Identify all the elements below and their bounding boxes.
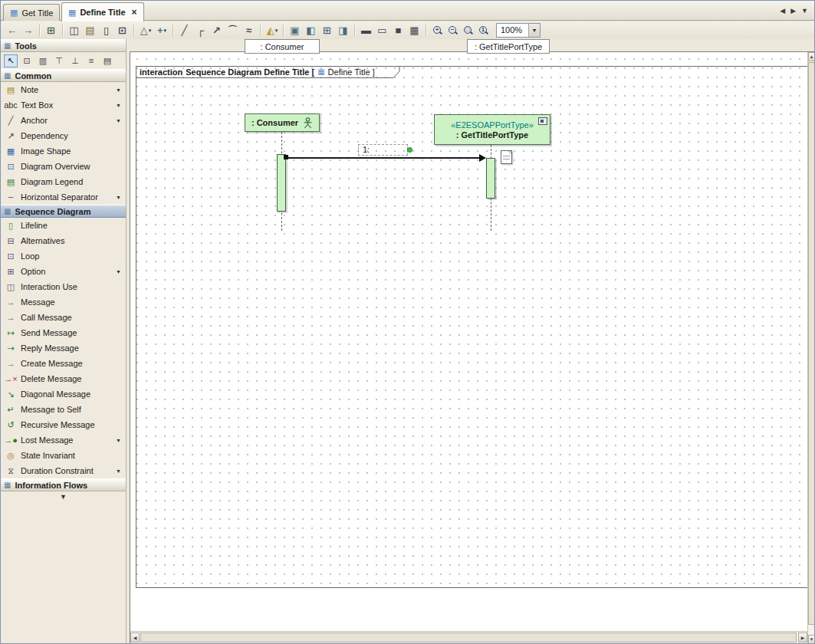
back-button[interactable]: ← bbox=[5, 23, 20, 38]
zoom-1-1-button[interactable]: 1 bbox=[476, 23, 491, 38]
chevron-down-icon[interactable]: ▼ bbox=[116, 195, 123, 200]
palette-item-loop[interactable]: ⊡ Loop bbox=[1, 248, 126, 264]
palette-item-lifeline[interactable]: ▯ Lifeline bbox=[1, 218, 126, 233]
chevron-down-icon[interactable]: ▼ bbox=[116, 103, 123, 108]
palette-item-image-shape[interactable]: ▦ Image Shape bbox=[1, 143, 126, 159]
lifeline-head-consumer[interactable]: : Consumer bbox=[245, 113, 320, 132]
zoom-in-button[interactable]: + bbox=[430, 23, 445, 38]
chevron-down-icon[interactable]: ▼ bbox=[116, 269, 123, 274]
horizontal-scroll-thumb[interactable] bbox=[140, 632, 797, 642]
palette-scroll-down-button[interactable]: ▼ bbox=[1, 491, 126, 501]
message-start-handle[interactable] bbox=[284, 155, 288, 159]
zoom-level-select[interactable]: 100% ▼ bbox=[496, 23, 541, 38]
tab-define-title[interactable]: ▦ Define Title × bbox=[61, 2, 144, 21]
palette-item-option[interactable]: ⊞ Option ▼ bbox=[1, 264, 126, 279]
select-tool[interactable]: ↖ bbox=[4, 54, 18, 67]
palette-item-reply-message[interactable]: ⇢ Reply Message bbox=[1, 340, 126, 356]
palette-header-common[interactable]: ▦ Common bbox=[1, 69, 126, 82]
chevron-down-icon[interactable]: ▼ bbox=[116, 118, 123, 123]
palette-header-sequence-diagram[interactable]: ▦ Sequence Diagram bbox=[1, 205, 126, 218]
show-grid-button[interactable]: ⊞ bbox=[320, 23, 335, 38]
show-frame-header-button[interactable]: ◧ bbox=[304, 23, 319, 38]
select-area-tool[interactable]: ⊡ bbox=[20, 54, 34, 67]
rectilinear-path-button[interactable]: ┌ bbox=[193, 23, 209, 38]
curve-path-button[interactable]: ⌒ bbox=[225, 23, 241, 38]
palette-item-state-invariant[interactable]: ◎ State Invariant bbox=[1, 448, 126, 463]
palette-item-horizontal-separator[interactable]: ┄ Horizontal Separator ▼ bbox=[1, 189, 126, 205]
stamp-button[interactable]: ◭ ▾ bbox=[265, 23, 280, 38]
scroll-up-button[interactable]: ▲ bbox=[808, 52, 815, 61]
palette-item-dependency[interactable]: ↗ Dependency bbox=[1, 128, 126, 143]
tab-list-button[interactable]: ▼ bbox=[801, 6, 808, 15]
lifeline-floating-label-porttype[interactable]: : GetTitlePortType bbox=[467, 39, 550, 54]
expand-shapes-button[interactable]: ▭ bbox=[375, 23, 390, 38]
distribute-tool[interactable]: ≡ bbox=[84, 54, 98, 67]
palette-item-delete-message[interactable]: →× Delete Message bbox=[1, 371, 126, 386]
vertical-scrollbar[interactable]: ▲ ▼ bbox=[807, 52, 815, 644]
collapse-shapes-button[interactable]: ▬ bbox=[359, 23, 374, 38]
vertical-scroll-thumb[interactable] bbox=[808, 62, 815, 625]
palette-item-duration-constraint[interactable]: ⧖ Duration Constraint ▼ bbox=[1, 463, 126, 478]
add-shape-button[interactable]: + ▾ bbox=[154, 23, 169, 38]
chevron-down-icon[interactable]: ▼ bbox=[116, 438, 123, 443]
related-elements-button[interactable]: ⊞ bbox=[44, 23, 59, 38]
close-tab-icon[interactable]: × bbox=[132, 7, 137, 18]
palette-item-anchor[interactable]: ╱ Anchor ▼ bbox=[1, 113, 126, 128]
diagram-properties-button[interactable]: ◨ bbox=[336, 23, 351, 38]
chevron-down-icon[interactable]: ▼ bbox=[116, 87, 123, 93]
align-bottom-tool[interactable]: ⊥ bbox=[68, 54, 82, 67]
lifeline-floating-label-consumer[interactable]: : Consumer bbox=[245, 39, 320, 54]
palette-item-diagram-legend[interactable]: ▤ Diagram Legend bbox=[1, 174, 126, 189]
palette-header-information-flows[interactable]: ▦ Information Flows bbox=[1, 478, 126, 491]
chevron-down-icon[interactable]: ▼ bbox=[528, 24, 540, 37]
palette-item-note[interactable]: ▤ Note ▼ bbox=[1, 82, 126, 97]
note-icon[interactable] bbox=[501, 150, 512, 164]
duplicate-button[interactable]: ⊡ bbox=[115, 23, 130, 38]
palette-item-lost-message[interactable]: →● Lost Message ▼ bbox=[1, 432, 126, 448]
palette-item-recursive-message[interactable]: ↺ Recursive Message bbox=[1, 417, 126, 432]
oblique-path-button[interactable]: ╱ bbox=[177, 23, 192, 38]
forward-button[interactable]: → bbox=[21, 23, 36, 38]
pan-tool[interactable]: ▥ bbox=[36, 54, 50, 67]
tab-get-title[interactable]: ▦ Get Title bbox=[3, 4, 60, 21]
palette-item-text-box[interactable]: abc Text Box ▼ bbox=[1, 97, 126, 113]
fit-in-window-button[interactable]: □ bbox=[461, 23, 476, 38]
palette-item-alternatives[interactable]: ⊟ Alternatives bbox=[1, 233, 126, 248]
palette-item-diagram-overview[interactable]: ⊡ Diagram Overview bbox=[1, 159, 126, 174]
tab-scroll-right-button[interactable]: ▶ bbox=[790, 6, 796, 15]
palette-item-message-to-self[interactable]: ↵ Message to Self bbox=[1, 402, 126, 417]
spline-path-button[interactable]: ≈ bbox=[242, 23, 257, 38]
diagonal-arrow-button[interactable]: ↗ bbox=[209, 23, 225, 38]
frame-header[interactable]: interaction Sequence Diagram Define Titl… bbox=[136, 66, 401, 79]
show-diagram-frame-button[interactable]: ▣ bbox=[288, 23, 303, 38]
scroll-down-button[interactable]: ▼ bbox=[808, 635, 815, 644]
chevron-down-icon[interactable]: ▼ bbox=[116, 468, 123, 474]
draw-shape-button[interactable]: △ ▾ bbox=[138, 23, 153, 38]
copy-button[interactable]: ◫ bbox=[67, 23, 82, 38]
diagram-canvas[interactable]: interaction Sequence Diagram Define Titl… bbox=[130, 52, 807, 631]
align-top-tool[interactable]: ⊤ bbox=[52, 54, 66, 67]
palette-header-tools[interactable]: ▦ Tools bbox=[1, 39, 126, 52]
palette-item-message[interactable]: → Message bbox=[1, 294, 126, 310]
scroll-left-button[interactable]: ◀ bbox=[130, 632, 140, 642]
palette-item-diagonal-message[interactable]: ↘ Diagonal Message bbox=[1, 386, 126, 402]
activation-bar-gettitleporttype[interactable] bbox=[486, 158, 495, 199]
lifeline-head-gettitleporttype[interactable]: «E2ESOAPPortType» : GetTitlePortType bbox=[434, 114, 550, 145]
palette-item-create-message[interactable]: → Create Message bbox=[1, 356, 126, 371]
horizontal-scrollbar[interactable]: ◀ ▶ bbox=[130, 631, 807, 643]
activation-bar-consumer[interactable] bbox=[277, 154, 286, 212]
match-size-tool[interactable]: ▤ bbox=[100, 54, 114, 67]
message-line[interactable] bbox=[286, 157, 479, 159]
solid-fill-button[interactable]: ■ bbox=[391, 23, 406, 38]
message-green-handle[interactable] bbox=[407, 147, 412, 153]
delete-button[interactable]: ▯ bbox=[99, 23, 114, 38]
palette-item-call-message[interactable]: → Call Message bbox=[1, 310, 126, 325]
scroll-right-button[interactable]: ▶ bbox=[798, 632, 807, 642]
palette-item-send-message[interactable]: ↦ Send Message bbox=[1, 325, 126, 340]
grid-style-button[interactable]: ▦ bbox=[407, 23, 422, 38]
message-label[interactable]: 1: bbox=[363, 145, 370, 154]
paste-button[interactable]: ▤ bbox=[83, 23, 98, 38]
palette-item-interaction-use[interactable]: ◫ Interaction Use bbox=[1, 279, 126, 294]
zoom-out-button[interactable]: − bbox=[445, 23, 461, 38]
tab-scroll-left-button[interactable]: ◀ bbox=[780, 6, 785, 15]
